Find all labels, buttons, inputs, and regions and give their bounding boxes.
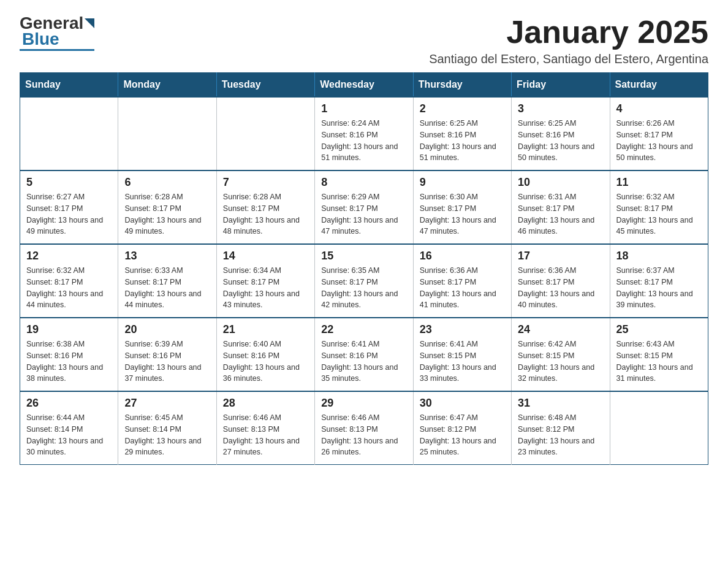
calendar-cell	[610, 391, 708, 465]
calendar-title: January 2025	[429, 15, 708, 50]
calendar-cell: 5Sunrise: 6:27 AM Sunset: 8:17 PM Daylig…	[20, 170, 118, 244]
weekday-header-tuesday: Tuesday	[216, 73, 314, 98]
day-number: 16	[420, 250, 505, 262]
weekday-header-saturday: Saturday	[610, 73, 708, 98]
weekday-header-row: SundayMondayTuesdayWednesdayThursdayFrid…	[20, 73, 708, 98]
day-number: 23	[420, 323, 505, 336]
calendar-cell: 16Sunrise: 6:36 AM Sunset: 8:17 PM Dayli…	[413, 244, 511, 318]
day-info: Sunrise: 6:41 AM Sunset: 8:16 PM Dayligh…	[321, 339, 406, 385]
day-number: 4	[616, 102, 702, 115]
calendar-cell: 4Sunrise: 6:26 AM Sunset: 8:17 PM Daylig…	[610, 97, 708, 170]
day-info: Sunrise: 6:37 AM Sunset: 8:17 PM Dayligh…	[616, 265, 702, 311]
calendar-cell: 29Sunrise: 6:46 AM Sunset: 8:13 PM Dayli…	[315, 391, 413, 465]
day-number: 13	[124, 250, 210, 262]
calendar-cell: 19Sunrise: 6:38 AM Sunset: 8:16 PM Dayli…	[20, 318, 118, 391]
logo: General Blue	[20, 15, 94, 51]
day-number: 21	[223, 323, 308, 336]
day-info: Sunrise: 6:36 AM Sunset: 8:17 PM Dayligh…	[420, 265, 505, 311]
day-number: 10	[518, 176, 603, 189]
day-info: Sunrise: 6:28 AM Sunset: 8:17 PM Dayligh…	[124, 191, 210, 237]
calendar-cell: 27Sunrise: 6:45 AM Sunset: 8:14 PM Dayli…	[118, 391, 216, 465]
calendar-cell: 11Sunrise: 6:32 AM Sunset: 8:17 PM Dayli…	[610, 170, 708, 244]
calendar-cell	[118, 97, 216, 170]
calendar-cell: 24Sunrise: 6:42 AM Sunset: 8:15 PM Dayli…	[512, 318, 610, 391]
day-number: 29	[321, 397, 406, 410]
weekday-header-sunday: Sunday	[20, 73, 118, 98]
weekday-header-thursday: Thursday	[413, 73, 511, 98]
day-info: Sunrise: 6:33 AM Sunset: 8:17 PM Dayligh…	[124, 265, 210, 311]
calendar-cell	[20, 97, 118, 170]
calendar-cell: 21Sunrise: 6:40 AM Sunset: 8:16 PM Dayli…	[216, 318, 314, 391]
calendar-cell: 25Sunrise: 6:43 AM Sunset: 8:15 PM Dayli…	[610, 318, 708, 391]
day-number: 1	[321, 102, 406, 115]
day-info: Sunrise: 6:46 AM Sunset: 8:13 PM Dayligh…	[321, 412, 406, 458]
calendar-cell: 8Sunrise: 6:29 AM Sunset: 8:17 PM Daylig…	[315, 170, 413, 244]
calendar-cell: 9Sunrise: 6:30 AM Sunset: 8:17 PM Daylig…	[413, 170, 511, 244]
day-number: 17	[518, 250, 603, 262]
day-info: Sunrise: 6:39 AM Sunset: 8:16 PM Dayligh…	[124, 339, 210, 385]
day-number: 9	[420, 176, 505, 189]
day-number: 19	[26, 323, 112, 336]
calendar-cell: 17Sunrise: 6:36 AM Sunset: 8:17 PM Dayli…	[512, 244, 610, 318]
day-info: Sunrise: 6:45 AM Sunset: 8:14 PM Dayligh…	[124, 412, 210, 458]
day-info: Sunrise: 6:47 AM Sunset: 8:12 PM Dayligh…	[420, 412, 505, 458]
day-number: 7	[223, 176, 308, 189]
day-info: Sunrise: 6:34 AM Sunset: 8:17 PM Dayligh…	[223, 265, 308, 311]
day-number: 18	[616, 250, 702, 262]
calendar-cell: 30Sunrise: 6:47 AM Sunset: 8:12 PM Dayli…	[413, 391, 511, 465]
day-number: 12	[26, 250, 112, 262]
calendar-cell: 28Sunrise: 6:46 AM Sunset: 8:13 PM Dayli…	[216, 391, 314, 465]
day-number: 2	[420, 102, 505, 115]
day-info: Sunrise: 6:32 AM Sunset: 8:17 PM Dayligh…	[616, 191, 702, 237]
svg-marker-0	[85, 18, 94, 28]
day-info: Sunrise: 6:36 AM Sunset: 8:17 PM Dayligh…	[518, 265, 603, 311]
day-info: Sunrise: 6:26 AM Sunset: 8:17 PM Dayligh…	[616, 118, 702, 164]
calendar-cell: 2Sunrise: 6:25 AM Sunset: 8:16 PM Daylig…	[413, 97, 511, 170]
day-number: 6	[124, 176, 210, 189]
weekday-header-monday: Monday	[118, 73, 216, 98]
day-number: 28	[223, 397, 308, 410]
day-info: Sunrise: 6:32 AM Sunset: 8:17 PM Dayligh…	[26, 265, 112, 311]
day-number: 14	[223, 250, 308, 262]
day-number: 26	[26, 397, 112, 410]
logo-blue-text: Blue	[20, 31, 59, 48]
day-info: Sunrise: 6:48 AM Sunset: 8:12 PM Dayligh…	[518, 412, 603, 458]
calendar-cell: 26Sunrise: 6:44 AM Sunset: 8:14 PM Dayli…	[20, 391, 118, 465]
day-info: Sunrise: 6:46 AM Sunset: 8:13 PM Dayligh…	[223, 412, 308, 458]
day-number: 8	[321, 176, 406, 189]
calendar-cell: 12Sunrise: 6:32 AM Sunset: 8:17 PM Dayli…	[20, 244, 118, 318]
day-info: Sunrise: 6:41 AM Sunset: 8:15 PM Dayligh…	[420, 339, 505, 385]
day-info: Sunrise: 6:30 AM Sunset: 8:17 PM Dayligh…	[420, 191, 505, 237]
calendar-cell: 20Sunrise: 6:39 AM Sunset: 8:16 PM Dayli…	[118, 318, 216, 391]
day-info: Sunrise: 6:43 AM Sunset: 8:15 PM Dayligh…	[616, 339, 702, 385]
week-row-3: 12Sunrise: 6:32 AM Sunset: 8:17 PM Dayli…	[20, 244, 708, 318]
day-number: 25	[616, 323, 702, 336]
day-info: Sunrise: 6:27 AM Sunset: 8:17 PM Dayligh…	[26, 191, 112, 237]
day-number: 24	[518, 323, 603, 336]
day-info: Sunrise: 6:24 AM Sunset: 8:16 PM Dayligh…	[321, 118, 406, 164]
day-number: 22	[321, 323, 406, 336]
day-info: Sunrise: 6:44 AM Sunset: 8:14 PM Dayligh…	[26, 412, 112, 458]
calendar-subtitle: Santiago del Estero, Santiago del Estero…	[429, 52, 708, 66]
calendar-table: SundayMondayTuesdayWednesdayThursdayFrid…	[20, 72, 708, 465]
day-number: 11	[616, 176, 702, 189]
weekday-header-wednesday: Wednesday	[315, 73, 413, 98]
calendar-header: SundayMondayTuesdayWednesdayThursdayFrid…	[20, 73, 708, 98]
day-info: Sunrise: 6:31 AM Sunset: 8:17 PM Dayligh…	[518, 191, 603, 237]
week-row-2: 5Sunrise: 6:27 AM Sunset: 8:17 PM Daylig…	[20, 170, 708, 244]
day-info: Sunrise: 6:35 AM Sunset: 8:17 PM Dayligh…	[321, 265, 406, 311]
day-number: 3	[518, 102, 603, 115]
calendar-cell: 6Sunrise: 6:28 AM Sunset: 8:17 PM Daylig…	[118, 170, 216, 244]
page-header: General Blue January 2025 Santiago del E…	[20, 15, 708, 66]
day-number: 5	[26, 176, 112, 189]
calendar-cell: 15Sunrise: 6:35 AM Sunset: 8:17 PM Dayli…	[315, 244, 413, 318]
day-info: Sunrise: 6:29 AM Sunset: 8:17 PM Dayligh…	[321, 191, 406, 237]
calendar-cell: 3Sunrise: 6:25 AM Sunset: 8:16 PM Daylig…	[512, 97, 610, 170]
title-block: January 2025 Santiago del Estero, Santia…	[429, 15, 708, 66]
calendar-cell: 7Sunrise: 6:28 AM Sunset: 8:17 PM Daylig…	[216, 170, 314, 244]
calendar-body: 1Sunrise: 6:24 AM Sunset: 8:16 PM Daylig…	[20, 97, 708, 465]
calendar-cell: 22Sunrise: 6:41 AM Sunset: 8:16 PM Dayli…	[315, 318, 413, 391]
day-number: 27	[124, 397, 210, 410]
week-row-4: 19Sunrise: 6:38 AM Sunset: 8:16 PM Dayli…	[20, 318, 708, 391]
calendar-cell: 1Sunrise: 6:24 AM Sunset: 8:16 PM Daylig…	[315, 97, 413, 170]
